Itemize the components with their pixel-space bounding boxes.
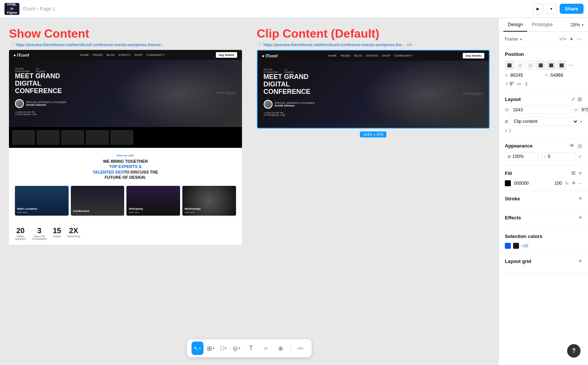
nav-community: COMMUNITY bbox=[147, 53, 165, 57]
align-left-btn[interactable]: ⬛ bbox=[505, 61, 514, 70]
sel-color-more[interactable]: +20 bbox=[521, 244, 528, 248]
layout-title: Layout bbox=[505, 96, 521, 102]
play-dropdown[interactable]: ▾ bbox=[546, 4, 557, 14]
nav-home: HOME bbox=[80, 53, 89, 57]
position-header: Position bbox=[505, 51, 582, 57]
x-field: X -86245 bbox=[505, 73, 542, 78]
layout-section: Layout ⤢ ⊞ W H ▲ ▼ bbox=[499, 92, 588, 138]
height-input[interactable] bbox=[579, 106, 588, 114]
components-tool-button[interactable]: ⊕ bbox=[274, 342, 287, 355]
layout-grid-icon[interactable]: ⊞ bbox=[578, 96, 582, 102]
flip-v-icon[interactable]: ⇕ bbox=[524, 81, 529, 87]
sel-color-black[interactable] bbox=[513, 243, 519, 249]
effects-title: Effects bbox=[505, 215, 521, 220]
show-content-link[interactable]: https://preview.themeforest.net/item/itc… bbox=[16, 42, 164, 47]
breadcrumb-page[interactable]: Page 1 bbox=[40, 6, 55, 12]
align-top-btn[interactable]: ⬛ bbox=[536, 61, 545, 70]
site-hero-right: 20-21thof November LoAngeles MEET GRAND … bbox=[258, 61, 489, 128]
align-right-btn[interactable]: ⬜ bbox=[526, 61, 535, 70]
comment-tool-button[interactable]: ○ bbox=[259, 342, 273, 355]
fill-add-icon[interactable]: + bbox=[579, 170, 582, 177]
opacity-value[interactable]: 100% bbox=[512, 154, 524, 159]
app-logo[interactable]: HTML to Figma bbox=[4, 3, 19, 15]
text-tool-button[interactable]: T bbox=[244, 342, 258, 355]
comment-icon: ○ bbox=[264, 345, 268, 352]
top-bar: HTML to Figma ITconf › Page 1 ▶ ▾ Share bbox=[0, 0, 588, 18]
y-field: Y -54968 bbox=[545, 73, 582, 78]
rotation-value[interactable]: 0° bbox=[510, 81, 514, 86]
fill-remove-icon[interactable]: − bbox=[579, 180, 582, 186]
x-value[interactable]: -86245 bbox=[509, 73, 523, 78]
tab-design[interactable]: Design bbox=[503, 18, 527, 32]
align-center-v-btn[interactable]: ⬛ bbox=[547, 61, 556, 70]
width-label: W bbox=[505, 108, 509, 112]
breadcrumb-project[interactable]: ITconf bbox=[22, 6, 35, 12]
play-button[interactable]: ▶ bbox=[533, 4, 543, 14]
layout-grid-add-icon[interactable]: + bbox=[579, 258, 582, 264]
fill-header-icons: ⊞ + bbox=[571, 170, 582, 177]
code-icon[interactable]: </> bbox=[406, 42, 412, 47]
code-brackets-icon[interactable]: </> bbox=[559, 36, 566, 42]
opacity-reset-icon[interactable]: ◎ bbox=[578, 143, 582, 149]
tab-prototype[interactable]: Prototype bbox=[527, 18, 557, 32]
buy-tickets-btn-left[interactable]: buy tickets bbox=[216, 52, 238, 58]
layout-expand-icon[interactable]: ⤢ bbox=[571, 96, 575, 102]
breadcrumb-separator: › bbox=[37, 6, 38, 12]
width-input[interactable] bbox=[510, 106, 571, 114]
rotation-field: ↺ 0° bbox=[505, 81, 514, 86]
select-tool-button[interactable]: ↖ ▾ bbox=[191, 342, 203, 355]
nav-blog-r: BLOG bbox=[354, 54, 362, 57]
stroke-add-icon[interactable]: + bbox=[579, 196, 582, 201]
selection-colors-row: +20 bbox=[505, 243, 582, 249]
selection-colors-header: Selection colors bbox=[505, 234, 582, 239]
more-options-icon[interactable]: ⋯ bbox=[577, 36, 582, 42]
x-label: X bbox=[505, 73, 507, 77]
canvas-area[interactable]: Show Content 🤍 https://preview.themefore… bbox=[0, 18, 499, 365]
help-button[interactable]: ? bbox=[567, 344, 581, 358]
effects-add-icon[interactable]: + bbox=[579, 215, 582, 220]
y-value[interactable]: -54968 bbox=[549, 73, 563, 78]
flip-h-icon[interactable]: ⇔ bbox=[517, 81, 521, 87]
site-header-left: ● ITconf HOME PAGES BLOG EVENTS SHOP COM… bbox=[9, 50, 242, 60]
layout-grid-section: Layout grid + bbox=[499, 254, 588, 273]
stat-speakers: 20 SkilledSpeakers bbox=[15, 226, 26, 240]
clip-content-select[interactable]: Clip content bbox=[510, 117, 579, 126]
stroke-header: Stroke + bbox=[505, 196, 582, 201]
fill-opacity-value[interactable]: 100 bbox=[554, 181, 562, 186]
frame-tool-button[interactable]: ⊞ ▾ bbox=[205, 342, 217, 355]
rotation-icon: ↺ bbox=[505, 82, 508, 86]
site-hero-left: 20-21thof November LoAngeles MEET GRAND … bbox=[9, 60, 242, 127]
zoom-value[interactable]: 28% bbox=[570, 22, 580, 28]
fill-eye-icon[interactable]: 👁 bbox=[572, 181, 576, 186]
align-bottom-btn[interactable]: ⬛ bbox=[557, 61, 566, 70]
more-align-btn[interactable]: ⋯ bbox=[567, 62, 574, 69]
speaker-name-text: Arnold Johnson bbox=[26, 104, 66, 106]
pen-tool-button[interactable]: ◎ ▾ bbox=[230, 342, 243, 355]
align-center-h-btn[interactable]: ⬜ bbox=[515, 61, 524, 70]
frame-arrow-icon: ▾ bbox=[213, 346, 214, 350]
corner-value[interactable]: 0 bbox=[548, 154, 550, 159]
clip-frame: ● ITconf HOME PAGES BLOG EVENTS SHOP COM… bbox=[257, 50, 490, 128]
nav-pages: PAGES bbox=[93, 53, 103, 57]
buy-tickets-btn-right[interactable]: buy tickets bbox=[463, 53, 484, 58]
fill-hex-value[interactable]: 000000 bbox=[514, 181, 551, 186]
code-tool-button[interactable]: </> bbox=[294, 342, 307, 355]
frame-size-badge: 1643 × 975 bbox=[360, 131, 386, 137]
fill-color-swatch[interactable] bbox=[505, 180, 511, 186]
height-label: H bbox=[574, 108, 577, 112]
clip-content-url: 🤍 https://preview.themeforest.net/item/i… bbox=[257, 42, 490, 47]
venue-workshops: Workshops read more bbox=[182, 186, 236, 216]
fill-grid-icon[interactable]: ⊞ bbox=[571, 170, 576, 177]
nav-events-r: EVENTS bbox=[366, 54, 378, 57]
wh-row: W H ▲ ▼ bbox=[505, 106, 582, 114]
nav-community-r: COMMUNITY bbox=[394, 54, 412, 57]
zoom-chevron-icon[interactable]: ▾ bbox=[582, 23, 584, 27]
clip-content-link[interactable]: https://preview.themeforest.net/item/itc… bbox=[264, 42, 405, 47]
expand-corners-icon[interactable]: ⤢ bbox=[578, 154, 582, 159]
component-star-icon[interactable]: ✦ bbox=[569, 36, 574, 42]
eye-icon[interactable]: 👁 bbox=[569, 143, 575, 149]
shape-tool-button[interactable]: □ ▾ bbox=[218, 342, 229, 355]
share-button[interactable]: Share bbox=[560, 4, 584, 14]
sel-color-blue[interactable] bbox=[505, 243, 511, 249]
shape-icon: □ bbox=[220, 345, 224, 352]
